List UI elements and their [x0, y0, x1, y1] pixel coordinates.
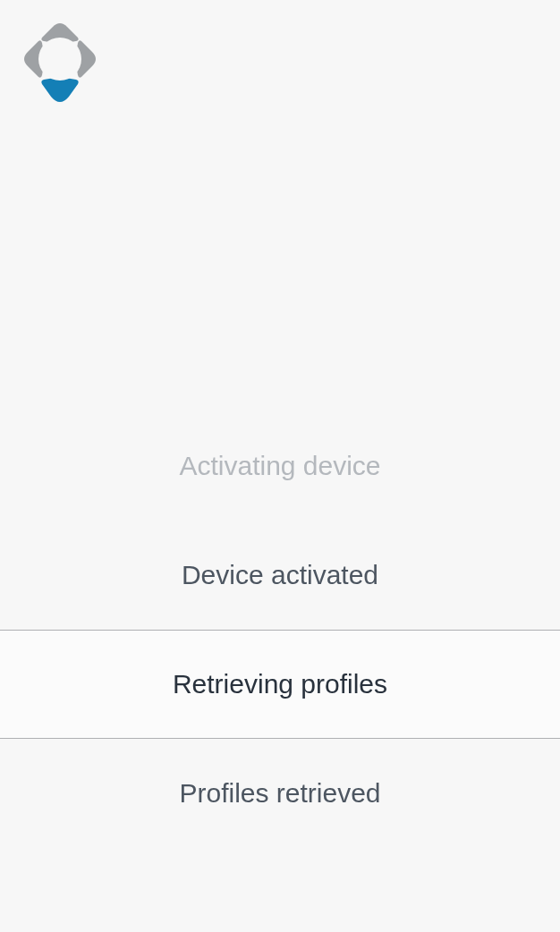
status-step-label: Profiles retrieved [179, 778, 380, 809]
status-step-retrieved: Profiles retrieved [0, 739, 560, 848]
status-step-retrieving: Retrieving profiles [0, 630, 560, 739]
status-step-label: Activating device [179, 451, 380, 481]
status-step-activating: Activating device [0, 411, 560, 521]
status-step-label: Device activated [182, 560, 378, 590]
status-step-activated: Device activated [0, 521, 560, 630]
status-step-label: Retrieving profiles [173, 669, 387, 699]
status-step-list: Activating device Device activated Retri… [0, 411, 560, 848]
svg-point-0 [38, 38, 81, 80]
header-logo-area [0, 0, 560, 411]
app-logo-icon [24, 23, 96, 102]
